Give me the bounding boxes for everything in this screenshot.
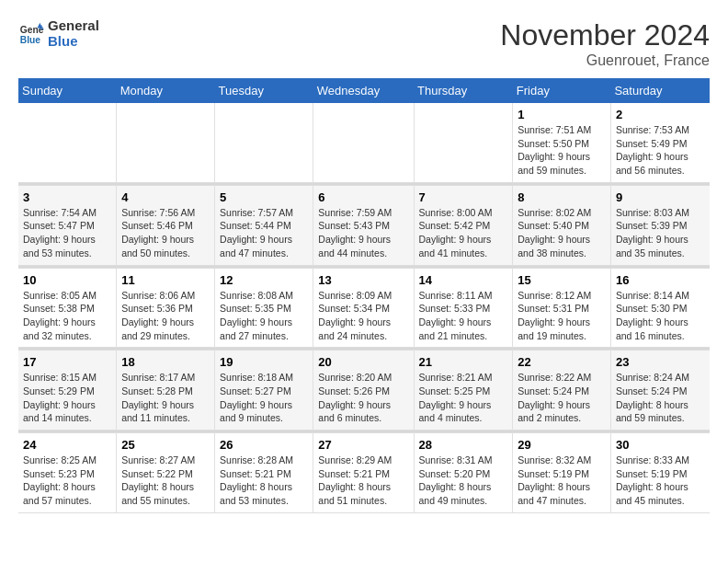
calendar-cell: 19Sunrise: 8:18 AMSunset: 5:27 PMDayligh… xyxy=(215,350,313,431)
day-number: 29 xyxy=(518,438,606,452)
month-title: November 2024 xyxy=(500,18,710,52)
day-number: 23 xyxy=(616,355,705,369)
day-number: 19 xyxy=(220,355,308,369)
day-number: 7 xyxy=(419,190,508,204)
calendar-cell: 18Sunrise: 8:17 AMSunset: 5:28 PMDayligh… xyxy=(117,350,215,431)
calendar-cell: 13Sunrise: 8:09 AMSunset: 5:34 PMDayligh… xyxy=(313,268,414,348)
day-number: 14 xyxy=(419,273,508,287)
weekday-header-wednesday: Wednesday xyxy=(313,78,414,103)
day-number: 10 xyxy=(23,273,111,287)
calendar-cell: 9Sunrise: 8:03 AMSunset: 5:39 PMDaylight… xyxy=(610,185,710,265)
calendar-week-row: 24Sunrise: 8:25 AMSunset: 5:23 PMDayligh… xyxy=(18,433,710,513)
calendar-cell xyxy=(18,103,117,182)
calendar-cell: 15Sunrise: 8:12 AMSunset: 5:31 PMDayligh… xyxy=(513,268,611,348)
day-info: Sunrise: 8:05 AMSunset: 5:38 PMDaylight:… xyxy=(23,289,111,343)
calendar-week-row: 1Sunrise: 7:51 AMSunset: 5:50 PMDaylight… xyxy=(18,103,710,182)
day-info: Sunrise: 8:32 AMSunset: 5:19 PMDaylight:… xyxy=(518,454,606,508)
day-info: Sunrise: 8:00 AMSunset: 5:42 PMDaylight:… xyxy=(419,206,508,260)
calendar-cell: 3Sunrise: 7:54 AMSunset: 5:47 PMDaylight… xyxy=(18,185,117,265)
day-info: Sunrise: 8:08 AMSunset: 5:35 PMDaylight:… xyxy=(220,289,308,343)
day-number: 17 xyxy=(23,355,111,369)
day-info: Sunrise: 8:12 AMSunset: 5:31 PMDaylight:… xyxy=(518,289,606,343)
day-info: Sunrise: 8:22 AMSunset: 5:24 PMDaylight:… xyxy=(518,371,606,425)
header: General Blue General Blue November 2024 … xyxy=(18,18,710,69)
day-number: 16 xyxy=(616,273,705,287)
day-info: Sunrise: 7:57 AMSunset: 5:44 PMDaylight:… xyxy=(220,206,308,260)
calendar-cell: 24Sunrise: 8:25 AMSunset: 5:23 PMDayligh… xyxy=(18,433,117,513)
day-number: 24 xyxy=(23,438,111,452)
day-number: 2 xyxy=(616,108,705,121)
day-info: Sunrise: 8:28 AMSunset: 5:21 PMDaylight:… xyxy=(220,454,308,508)
day-number: 3 xyxy=(23,190,111,204)
logo-general: General xyxy=(48,18,99,34)
calendar-cell: 12Sunrise: 8:08 AMSunset: 5:35 PMDayligh… xyxy=(215,268,313,348)
calendar-cell: 4Sunrise: 7:56 AMSunset: 5:46 PMDaylight… xyxy=(117,185,215,265)
day-number: 18 xyxy=(121,355,210,369)
day-info: Sunrise: 7:51 AMSunset: 5:50 PMDaylight:… xyxy=(518,123,606,178)
day-info: Sunrise: 8:03 AMSunset: 5:39 PMDaylight:… xyxy=(616,206,705,260)
day-info: Sunrise: 8:21 AMSunset: 5:25 PMDaylight:… xyxy=(419,371,508,425)
day-info: Sunrise: 7:53 AMSunset: 5:49 PMDaylight:… xyxy=(616,123,705,178)
calendar-cell: 27Sunrise: 8:29 AMSunset: 5:21 PMDayligh… xyxy=(313,433,414,513)
day-info: Sunrise: 8:29 AMSunset: 5:21 PMDaylight:… xyxy=(318,454,408,508)
logo-icon: General Blue xyxy=(18,21,44,47)
calendar-cell: 20Sunrise: 8:20 AMSunset: 5:26 PMDayligh… xyxy=(313,350,414,431)
logo-blue: Blue xyxy=(48,34,99,50)
weekday-header-friday: Friday xyxy=(513,78,611,103)
calendar-cell: 1Sunrise: 7:51 AMSunset: 5:50 PMDaylight… xyxy=(513,103,611,182)
day-number: 1 xyxy=(518,108,606,121)
calendar-cell: 30Sunrise: 8:33 AMSunset: 5:19 PMDayligh… xyxy=(610,433,710,513)
calendar-cell xyxy=(117,103,215,182)
calendar-week-row: 3Sunrise: 7:54 AMSunset: 5:47 PMDaylight… xyxy=(18,185,710,265)
day-info: Sunrise: 8:15 AMSunset: 5:29 PMDaylight:… xyxy=(23,371,111,425)
calendar-cell: 7Sunrise: 8:00 AMSunset: 5:42 PMDaylight… xyxy=(414,185,513,265)
day-number: 25 xyxy=(121,438,210,452)
day-number: 30 xyxy=(616,438,705,452)
day-number: 15 xyxy=(518,273,606,287)
location: Guenrouet, France xyxy=(500,52,710,69)
calendar-week-row: 17Sunrise: 8:15 AMSunset: 5:29 PMDayligh… xyxy=(18,350,710,431)
calendar-cell: 10Sunrise: 8:05 AMSunset: 5:38 PMDayligh… xyxy=(18,268,117,348)
calendar-cell xyxy=(313,103,414,182)
day-number: 4 xyxy=(121,190,210,204)
day-info: Sunrise: 8:17 AMSunset: 5:28 PMDaylight:… xyxy=(121,371,210,425)
day-info: Sunrise: 8:14 AMSunset: 5:30 PMDaylight:… xyxy=(616,289,705,343)
calendar-cell: 25Sunrise: 8:27 AMSunset: 5:22 PMDayligh… xyxy=(117,433,215,513)
calendar-cell: 14Sunrise: 8:11 AMSunset: 5:33 PMDayligh… xyxy=(414,268,513,348)
calendar-table: SundayMondayTuesdayWednesdayThursdayFrid… xyxy=(18,78,710,513)
day-number: 27 xyxy=(318,438,408,452)
title-area: November 2024 Guenrouet, France xyxy=(500,18,710,69)
day-number: 22 xyxy=(518,355,606,369)
day-info: Sunrise: 8:20 AMSunset: 5:26 PMDaylight:… xyxy=(318,371,408,425)
day-number: 13 xyxy=(318,273,408,287)
weekday-header-row: SundayMondayTuesdayWednesdayThursdayFrid… xyxy=(18,78,710,103)
calendar-cell: 6Sunrise: 7:59 AMSunset: 5:43 PMDaylight… xyxy=(313,185,414,265)
day-number: 9 xyxy=(616,190,705,204)
svg-text:Blue: Blue xyxy=(20,35,41,45)
calendar-cell xyxy=(215,103,313,182)
calendar-cell: 23Sunrise: 8:24 AMSunset: 5:24 PMDayligh… xyxy=(610,350,710,431)
day-number: 20 xyxy=(318,355,408,369)
calendar-cell: 8Sunrise: 8:02 AMSunset: 5:40 PMDaylight… xyxy=(513,185,611,265)
day-number: 26 xyxy=(220,438,308,452)
calendar-cell: 28Sunrise: 8:31 AMSunset: 5:20 PMDayligh… xyxy=(414,433,513,513)
weekday-header-saturday: Saturday xyxy=(610,78,710,103)
calendar-cell: 17Sunrise: 8:15 AMSunset: 5:29 PMDayligh… xyxy=(18,350,117,431)
weekday-header-monday: Monday xyxy=(117,78,215,103)
day-info: Sunrise: 8:06 AMSunset: 5:36 PMDaylight:… xyxy=(121,289,210,343)
weekday-header-sunday: Sunday xyxy=(18,78,117,103)
calendar-cell: 21Sunrise: 8:21 AMSunset: 5:25 PMDayligh… xyxy=(414,350,513,431)
calendar-cell: 11Sunrise: 8:06 AMSunset: 5:36 PMDayligh… xyxy=(117,268,215,348)
weekday-header-tuesday: Tuesday xyxy=(215,78,313,103)
day-info: Sunrise: 7:59 AMSunset: 5:43 PMDaylight:… xyxy=(318,206,408,260)
day-info: Sunrise: 8:25 AMSunset: 5:23 PMDaylight:… xyxy=(23,454,111,508)
day-info: Sunrise: 7:56 AMSunset: 5:46 PMDaylight:… xyxy=(121,206,210,260)
weekday-header-thursday: Thursday xyxy=(414,78,513,103)
day-number: 12 xyxy=(220,273,308,287)
day-info: Sunrise: 8:33 AMSunset: 5:19 PMDaylight:… xyxy=(616,454,705,508)
day-number: 5 xyxy=(220,190,308,204)
calendar-cell xyxy=(414,103,513,182)
day-info: Sunrise: 7:54 AMSunset: 5:47 PMDaylight:… xyxy=(23,206,111,260)
day-info: Sunrise: 8:18 AMSunset: 5:27 PMDaylight:… xyxy=(220,371,308,425)
day-number: 11 xyxy=(121,273,210,287)
